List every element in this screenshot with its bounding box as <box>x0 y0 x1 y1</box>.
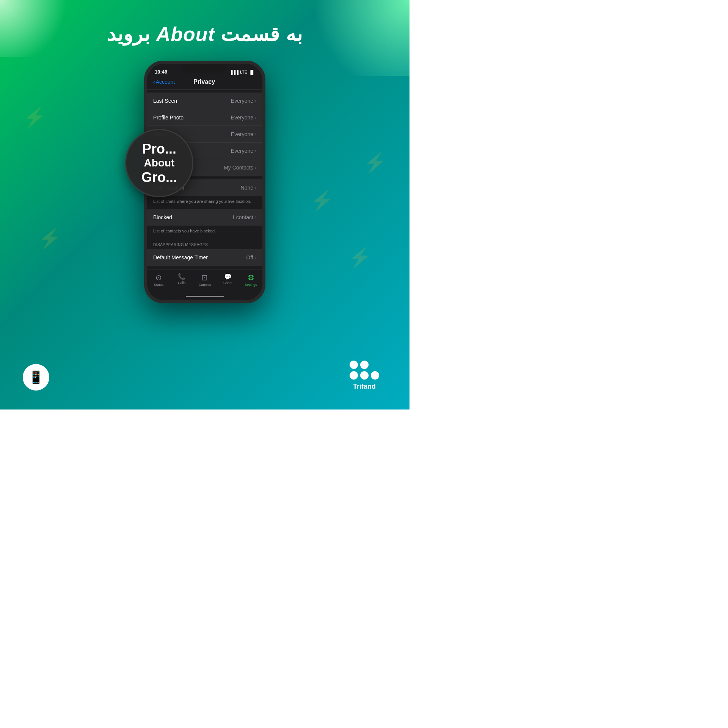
magnify-circle: Pro... About Gro... <box>125 129 193 197</box>
back-label: Account <box>156 79 175 85</box>
magnify-line1: Pro... <box>142 141 176 157</box>
chevron-icon: › <box>255 165 256 170</box>
calls-tab-icon: 📞 <box>178 273 185 280</box>
spacer-top <box>147 89 262 93</box>
magnify-line3: Gro... <box>141 169 177 185</box>
phone-icon-circle: 📱 <box>23 364 49 391</box>
chevron-icon: › <box>255 185 256 190</box>
profile-photo-label: Profile Photo <box>153 115 184 121</box>
chevron-icon: › <box>255 255 256 260</box>
chats-tab-label: Chats <box>223 281 232 285</box>
tab-settings[interactable]: ⚙ Settings <box>239 273 262 287</box>
last-seen-label: Last Seen <box>153 98 177 104</box>
last-seen-value: Everyone › <box>231 98 256 104</box>
deco-zigzag-4: ⚡ <box>348 246 372 268</box>
profile-photo-value: Everyone › <box>231 115 256 121</box>
groups-value: My Contacts › <box>224 165 256 171</box>
dot-4 <box>360 371 369 380</box>
dot-1 <box>350 361 358 369</box>
chevron-icon: › <box>255 215 256 220</box>
tab-calls[interactable]: 📞 Calls <box>170 273 193 287</box>
calls-tab-label: Calls <box>178 281 185 285</box>
default-timer-value: Off › <box>246 254 256 260</box>
nav-bar: ‹ Account Privacy <box>147 76 262 89</box>
chevron-icon: › <box>255 115 256 120</box>
camera-tab-label: Camera <box>199 283 211 287</box>
deco-zigzag-2: ⚡ <box>38 228 61 249</box>
disappearing-section-label: DISAPPEARING MESSAGES <box>147 239 262 249</box>
default-timer-row[interactable]: Default Message Timer Off › <box>147 249 262 266</box>
deco-zigzag-1: ⚡ <box>23 106 46 128</box>
nav-title: Privacy <box>175 78 234 85</box>
logo-area: Trifand <box>350 361 379 391</box>
signal-icon: ▐▐▐ <box>230 70 238 74</box>
chevron-icon: › <box>255 98 256 104</box>
page-title: به قسمت About بروید <box>107 23 303 46</box>
status-value: Everyone › <box>231 148 256 154</box>
battery-icon: ▐▌ <box>249 70 255 74</box>
chats-tab-icon: 💬 <box>224 273 232 280</box>
blocked-row[interactable]: Blocked 1 contact › <box>147 209 262 226</box>
status-icons: ▐▐▐ LTE ▐▌ <box>230 70 255 74</box>
home-bar <box>186 296 224 297</box>
tab-chats[interactable]: 💬 Chats <box>216 273 239 287</box>
blocked-label: Blocked <box>153 214 172 220</box>
disappearing-description: Start new chats with disappearing messag… <box>147 266 262 270</box>
last-seen-row[interactable]: Last Seen Everyone › <box>147 93 262 109</box>
status-time: 10:46 <box>155 69 167 75</box>
blocked-description: List of contacts you have blocked. <box>147 226 262 238</box>
tab-camera[interactable]: ⊡ Camera <box>193 273 217 287</box>
chevron-icon: › <box>255 148 256 154</box>
profile-photo-row[interactable]: Profile Photo Everyone › <box>147 109 262 126</box>
disappearing-group: Default Message Timer Off › <box>147 249 262 266</box>
top-blob <box>296 0 410 76</box>
camera-tab-icon: ⊡ <box>201 273 208 282</box>
network-icon: LTE <box>240 70 247 74</box>
chevron-left-icon: ‹ <box>153 79 155 85</box>
background: ⚡ ⚡ ⚡ ⚡ ⚡ به قسمت About بروید 10:46 ▐▐▐ … <box>0 0 410 410</box>
home-indicator <box>147 293 262 300</box>
mobile-icon: 📱 <box>28 370 44 384</box>
settings-tab-label: Settings <box>245 283 257 287</box>
tab-bar: ⊙ Status 📞 Calls ⊡ Camera 💬 Chats <box>147 270 262 293</box>
top-left-blob <box>0 0 76 57</box>
blocked-group: Blocked 1 contact › <box>147 209 262 226</box>
chevron-icon: › <box>255 132 256 137</box>
status-tab-label: Status <box>154 283 164 287</box>
deco-zigzag-5: ⚡ <box>310 190 334 212</box>
settings-tab-icon: ⚙ <box>248 273 254 282</box>
logo-name: Trifand <box>353 383 376 391</box>
magnify-line2: About <box>144 157 175 169</box>
live-location-description: List of chats where you are sharing your… <box>147 196 262 209</box>
dot-empty <box>371 361 379 369</box>
logo-dots <box>350 361 379 380</box>
blocked-value: 1 contact › <box>232 214 256 220</box>
tab-status[interactable]: ⊙ Status <box>147 273 170 287</box>
phone-mockup: 10:46 ▐▐▐ LTE ▐▌ ‹ Account Privacy <box>144 61 265 303</box>
deco-zigzag-3: ⚡ <box>363 152 387 174</box>
dot-5 <box>371 371 379 380</box>
notch <box>182 64 228 73</box>
status-tab-icon: ⊙ <box>155 273 162 282</box>
back-button[interactable]: ‹ Account <box>153 79 175 85</box>
live-location-value: None › <box>241 185 256 191</box>
about-value: Everyone › <box>231 131 256 137</box>
default-timer-label: Default Message Timer <box>153 254 208 260</box>
dot-3 <box>350 371 358 380</box>
dot-2 <box>360 361 369 369</box>
